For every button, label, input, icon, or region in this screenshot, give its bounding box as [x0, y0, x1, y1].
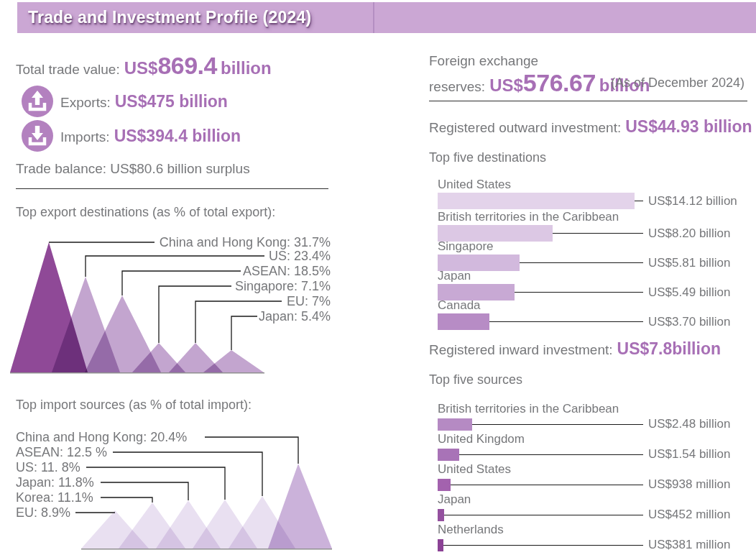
callout-label: Korea: 11.1% — [16, 490, 93, 505]
callout-label: China and Hong Kong: 31.7% — [0, 235, 331, 250]
bar — [438, 449, 459, 461]
bar-value: US$5.81 billion — [643, 256, 737, 270]
bar — [438, 418, 472, 431]
inward-investment-heading: Registered inward investment:US$7.8billi… — [429, 339, 721, 359]
callout-label: China and Hong Kong: 20.4% — [16, 430, 187, 445]
bar-connector — [520, 262, 643, 263]
page-title: Trade and Investment Profile (2024) — [28, 8, 311, 27]
bar — [438, 479, 451, 491]
upload-icon — [22, 86, 53, 117]
bar-connector — [635, 201, 643, 201]
bar — [438, 193, 635, 209]
callout-label: ASEAN: 12.5 % — [16, 445, 107, 460]
bar-value: US$938 million — [643, 477, 737, 492]
bar-row: United States US$14.12 billion — [438, 178, 737, 209]
bar-row: United States US$938 million — [438, 463, 737, 492]
export-destinations-heading: Top export destinations (as % of total e… — [16, 205, 275, 220]
bar-value: US$14.12 billion — [643, 194, 737, 208]
total-trade-value: Total trade value:US$869.4billion — [16, 52, 272, 80]
bar-connector — [459, 454, 643, 455]
fx-as-of: (As of December 2024) — [611, 75, 745, 91]
exports-stat: Exports:US$475 billion — [60, 92, 228, 111]
bar-row: British territories in the Caribbean US$… — [438, 211, 737, 242]
bar-row: Japan US$452 million — [438, 493, 737, 522]
bar — [438, 539, 443, 551]
bar-row: Singapore US$5.81 billion — [438, 240, 737, 271]
bar-connector — [451, 485, 643, 485]
outward-investment-heading: Registered outward investment:US$44.93 b… — [429, 117, 752, 137]
callout-label: EU: 8.9% — [16, 505, 70, 520]
callout-label: ASEAN: 18.5% — [0, 264, 331, 279]
inward-subheading: Top five sources — [429, 372, 522, 387]
outward-subheading: Top five destinations — [429, 150, 546, 165]
bar-connector — [472, 424, 643, 425]
bar-value: US$452 million — [643, 508, 737, 522]
right-divider — [429, 101, 747, 101]
bar — [438, 313, 489, 330]
bar-row: British territories in the Caribbean US$… — [438, 403, 737, 431]
callout-label: Japan: 11.8% — [16, 475, 94, 490]
bar-value: US$8.20 billion — [643, 226, 737, 241]
bar-connector — [515, 292, 643, 293]
bar-connector — [489, 321, 643, 322]
bar-row: Canada US$3.70 billion — [438, 299, 737, 330]
trade-investment-profile: Trade and Investment Profile (2024) Tota… — [0, 0, 756, 555]
bar-row: United Kingdom US$1.54 billion — [438, 433, 737, 462]
bar-row: Japan US$5.49 billion — [438, 270, 737, 301]
header-divider — [373, 2, 374, 33]
bar-value: US$381 million — [643, 538, 737, 552]
callout-label: US: 23.4% — [0, 249, 331, 264]
bar-value: US$3.70 billion — [643, 315, 737, 329]
bar-value: US$5.49 billion — [643, 285, 737, 300]
imports-stat: Imports:US$394.4 billion — [60, 127, 241, 146]
left-divider — [16, 188, 328, 189]
callout-label: Japan: 5.4% — [0, 309, 331, 324]
header-bar: Trade and Investment Profile (2024) — [17, 2, 756, 33]
trade-balance: Trade balance: US$80.6 billion surplus — [16, 161, 250, 177]
bar-value: US$1.54 billion — [643, 447, 737, 462]
bar-connector — [443, 545, 643, 546]
bar-value: US$2.48 billion — [643, 417, 737, 431]
bar — [438, 509, 444, 521]
bar-connector — [553, 233, 643, 234]
callout-label: Singapore: 7.1% — [0, 279, 331, 294]
download-icon — [22, 120, 53, 152]
bar-row: Netherlands US$381 million — [438, 523, 737, 552]
bar-connector — [444, 515, 643, 515]
callout-label: EU: 7% — [0, 294, 331, 309]
triangle-china-hongkong-import — [268, 464, 332, 549]
callout-label: US: 11. 8% — [16, 460, 80, 475]
